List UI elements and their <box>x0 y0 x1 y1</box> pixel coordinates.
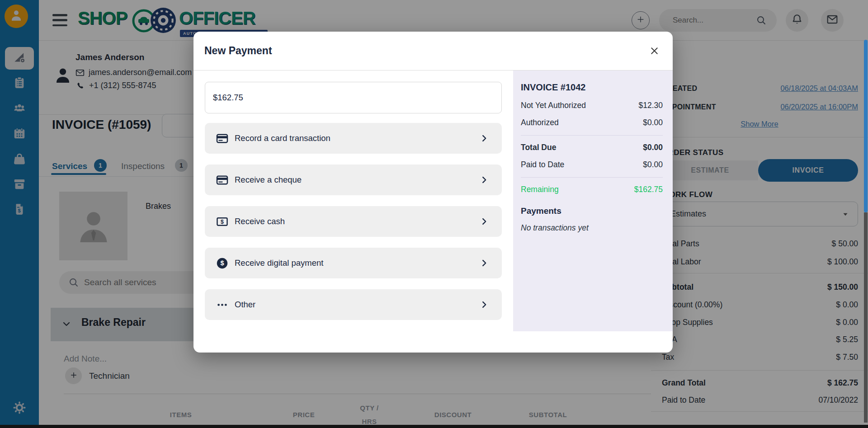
not-yet-authorized-value: $12.30 <box>638 101 663 110</box>
svg-text:$: $ <box>220 259 224 267</box>
authorized-value: $0.00 <box>643 118 663 127</box>
new-payment-modal: New Payment Record a card transaction <box>193 32 673 353</box>
payment-option-cheque[interactable]: Receive a cheque <box>205 165 502 195</box>
chevron-right-icon <box>479 300 489 310</box>
dollar-circle-icon: $ <box>216 257 228 269</box>
scrollbar-track <box>864 212 868 423</box>
summary-row: Not Yet Authorized $12.30 <box>521 101 663 110</box>
app-root: $ SHOP OFFICER AUTOMOTIVE REPAIR SOFTWAR… <box>0 0 868 428</box>
payment-option-label: Other <box>235 300 255 310</box>
divider <box>521 135 663 136</box>
payment-option-label: Receive digital payment <box>235 258 323 268</box>
payment-option-label: Receive cash <box>235 216 285 226</box>
remaining-label: Remaining <box>521 185 559 194</box>
payment-option-cash[interactable]: $ Receive cash <box>205 206 502 237</box>
credit-card-icon <box>216 132 228 145</box>
summary-invoice-title: INVOICE #1042 <box>521 82 663 93</box>
credit-card-icon <box>216 174 228 186</box>
summary-row: Remaining $162.75 <box>521 185 663 194</box>
chevron-right-icon <box>479 133 489 143</box>
paid-to-date-label: Paid to Date <box>521 160 564 169</box>
payment-option-label: Record a card transaction <box>235 133 330 143</box>
payment-option-digital[interactable]: $ Receive digital payment <box>205 248 502 278</box>
modal-title: New Payment <box>204 45 272 57</box>
total-due-label: Total Due <box>521 143 556 152</box>
not-yet-authorized-label: Not Yet Authorized <box>521 101 586 110</box>
payment-option-other[interactable]: Other <box>205 289 502 320</box>
remaining-value: $162.75 <box>634 185 663 194</box>
svg-text:$: $ <box>221 218 224 225</box>
chevron-right-icon <box>479 258 489 268</box>
modal-header: New Payment <box>193 32 673 71</box>
payment-option-label: Receive a cheque <box>235 175 302 185</box>
invoice-summary-panel: INVOICE #1042 Not Yet Authorized $12.30 … <box>513 71 673 331</box>
chevron-right-icon <box>479 175 489 185</box>
ellipsis-icon <box>216 299 228 311</box>
payments-empty-state: No transactions yet <box>521 223 663 233</box>
close-icon[interactable] <box>649 45 660 56</box>
cash-icon: $ <box>216 216 228 228</box>
summary-row: Paid to Date $0.00 <box>521 160 663 169</box>
scrollbar-thumb[interactable] <box>864 40 868 212</box>
payment-option-card[interactable]: Record a card transaction <box>205 123 502 154</box>
summary-row: Authorized $0.00 <box>521 118 663 127</box>
payment-amount-input[interactable] <box>205 82 502 113</box>
payments-heading: Payments <box>521 206 663 216</box>
authorized-label: Authorized <box>521 118 559 127</box>
divider <box>521 177 663 178</box>
payment-options-column: Record a card transaction Receive a cheq… <box>193 71 513 353</box>
total-due-value: $0.00 <box>643 143 663 152</box>
bottom-bar <box>0 425 868 428</box>
summary-row: Total Due $0.00 <box>521 143 663 152</box>
paid-to-date-value: $0.00 <box>643 160 663 169</box>
chevron-right-icon <box>479 216 489 226</box>
